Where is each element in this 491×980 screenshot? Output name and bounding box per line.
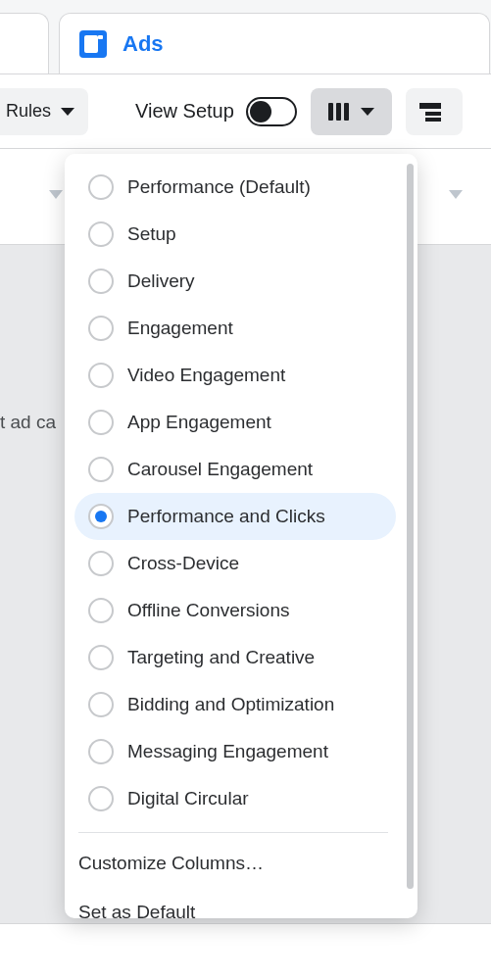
radio-icon bbox=[88, 598, 114, 623]
scrollbar-thumb[interactable] bbox=[407, 164, 414, 889]
sort-caret-icon[interactable] bbox=[449, 190, 463, 199]
sort-caret-icon[interactable] bbox=[49, 190, 63, 199]
radio-icon bbox=[88, 269, 114, 294]
footer-bar bbox=[0, 923, 491, 980]
columns-preset-list: Performance (Default)SetupDeliveryEngage… bbox=[65, 154, 402, 918]
columns-preset-menu: Performance (Default)SetupDeliveryEngage… bbox=[65, 154, 417, 918]
breakdown-button[interactable] bbox=[406, 88, 463, 135]
toggle-knob bbox=[250, 101, 271, 122]
radio-icon bbox=[88, 786, 114, 811]
preset-option[interactable]: Performance (Default) bbox=[74, 164, 396, 211]
preset-option-label: Messaging Engagement bbox=[127, 741, 328, 762]
preset-option-label: Offline Conversions bbox=[127, 600, 289, 621]
columns-button[interactable] bbox=[311, 88, 392, 135]
preset-option-label: Video Engagement bbox=[127, 365, 285, 386]
radio-icon bbox=[88, 174, 114, 200]
preset-option-label: Carousel Engagement bbox=[127, 459, 313, 480]
preset-option[interactable]: Messaging Engagement bbox=[74, 728, 396, 775]
radio-icon bbox=[88, 551, 114, 576]
radio-icon bbox=[88, 316, 114, 341]
rules-label: Rules bbox=[6, 101, 51, 122]
chevron-down-icon bbox=[361, 108, 374, 116]
menu-divider bbox=[78, 832, 388, 833]
set-as-default-action[interactable]: Set as Default bbox=[65, 888, 402, 918]
truncated-text: t ad ca bbox=[0, 412, 56, 433]
view-setup-label: View Setup bbox=[135, 100, 234, 122]
preset-option[interactable]: Carousel Engagement bbox=[74, 446, 396, 493]
radio-icon bbox=[88, 504, 114, 529]
preset-option[interactable]: Performance and Clicks bbox=[74, 493, 396, 540]
prev-tab-partial[interactable] bbox=[0, 13, 49, 74]
preset-option[interactable]: Cross-Device bbox=[74, 540, 396, 587]
preset-option-label: Engagement bbox=[127, 318, 233, 339]
radio-icon bbox=[88, 363, 114, 388]
preset-option[interactable]: Offline Conversions bbox=[74, 587, 396, 634]
preset-option-label: Cross-Device bbox=[127, 553, 239, 574]
toolbar: Rules View Setup bbox=[0, 74, 491, 149]
radio-icon bbox=[88, 457, 114, 482]
radio-icon bbox=[88, 410, 114, 435]
preset-option-label: Targeting and Creative bbox=[127, 647, 315, 668]
radio-icon bbox=[88, 221, 114, 247]
ads-icon bbox=[79, 30, 107, 58]
radio-icon bbox=[88, 739, 114, 764]
preset-option[interactable]: App Engagement bbox=[74, 399, 396, 446]
chevron-down-icon bbox=[61, 108, 74, 116]
preset-option[interactable]: Targeting and Creative bbox=[74, 634, 396, 681]
breakdown-icon bbox=[419, 103, 441, 121]
view-setup-toggle[interactable] bbox=[246, 97, 297, 126]
tab-strip: Ads bbox=[0, 0, 491, 74]
preset-option[interactable]: Digital Circular bbox=[74, 775, 396, 822]
preset-option[interactable]: Video Engagement bbox=[74, 352, 396, 399]
radio-icon bbox=[88, 692, 114, 717]
preset-option-label: Delivery bbox=[127, 270, 195, 292]
preset-option-label: App Engagement bbox=[127, 412, 271, 433]
radio-icon bbox=[88, 645, 114, 670]
columns-icon bbox=[328, 103, 349, 121]
preset-option-label: Bidding and Optimization bbox=[127, 694, 334, 715]
menu-scrollbar[interactable] bbox=[402, 154, 417, 918]
customize-columns-action[interactable]: Customize Columns… bbox=[65, 839, 402, 888]
preset-option[interactable]: Engagement bbox=[74, 305, 396, 352]
preset-option-label: Setup bbox=[127, 223, 176, 245]
preset-option-label: Digital Circular bbox=[127, 788, 249, 809]
tab-ads-label: Ads bbox=[123, 31, 164, 57]
view-setup-control: View Setup bbox=[135, 97, 297, 126]
rules-button[interactable]: Rules bbox=[0, 88, 88, 135]
preset-option-label: Performance and Clicks bbox=[127, 506, 325, 527]
preset-option[interactable]: Delivery bbox=[74, 258, 396, 305]
preset-option[interactable]: Setup bbox=[74, 211, 396, 258]
preset-option[interactable]: Bidding and Optimization bbox=[74, 681, 396, 728]
preset-option-label: Performance (Default) bbox=[127, 176, 311, 198]
tab-ads[interactable]: Ads bbox=[59, 13, 490, 74]
